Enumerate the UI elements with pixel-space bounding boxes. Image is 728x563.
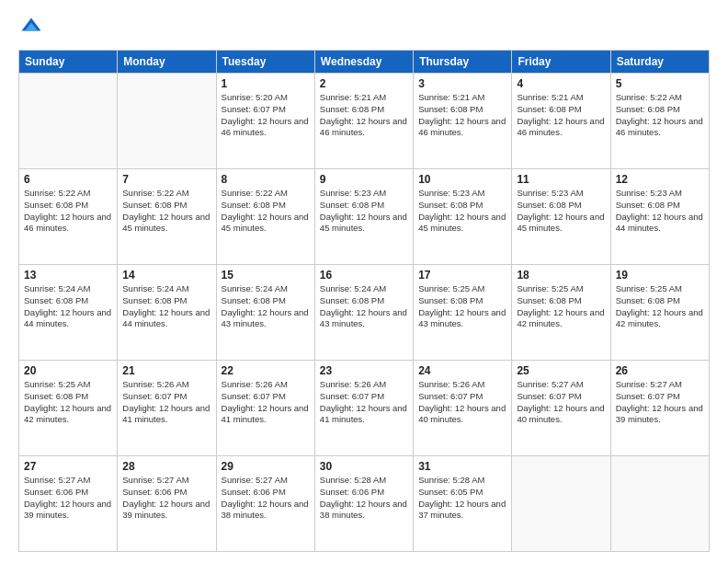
calendar-cell: 3Sunrise: 5:21 AM Sunset: 6:08 PM Daylig… [414, 74, 512, 169]
day-number: 13 [24, 269, 112, 282]
calendar-cell: 18Sunrise: 5:25 AM Sunset: 6:08 PM Dayli… [512, 265, 610, 361]
day-number: 10 [418, 173, 506, 186]
calendar-cell: 14Sunrise: 5:24 AM Sunset: 6:08 PM Dayli… [118, 265, 216, 361]
calendar-cell: 27Sunrise: 5:27 AM Sunset: 6:06 PM Dayli… [19, 456, 118, 552]
calendar-cell: 10Sunrise: 5:23 AM Sunset: 6:08 PM Dayli… [414, 169, 512, 265]
day-number: 5 [616, 77, 704, 90]
day-number: 7 [122, 173, 210, 186]
day-number: 28 [122, 460, 210, 473]
day-number: 25 [517, 364, 605, 377]
day-number: 29 [222, 460, 310, 473]
page: SundayMondayTuesdayWednesdayThursdayFrid… [0, 0, 728, 563]
calendar-table: SundayMondayTuesdayWednesdayThursdayFrid… [18, 50, 710, 552]
calendar-cell: 17Sunrise: 5:25 AM Sunset: 6:08 PM Dayli… [414, 265, 512, 361]
day-number: 27 [24, 460, 112, 473]
calendar-cell: 2Sunrise: 5:21 AM Sunset: 6:08 PM Daylig… [314, 74, 413, 169]
weekday-header-sunday: Sunday [19, 51, 118, 74]
logo [18, 15, 48, 40]
day-info: Sunrise: 5:23 AM Sunset: 6:08 PM Dayligh… [320, 188, 408, 235]
day-number: 14 [122, 269, 210, 282]
day-number: 19 [616, 269, 704, 282]
weekday-header-tuesday: Tuesday [216, 51, 314, 74]
weekday-header-wednesday: Wednesday [314, 51, 413, 74]
day-info: Sunrise: 5:22 AM Sunset: 6:08 PM Dayligh… [616, 92, 704, 139]
day-number: 17 [418, 269, 506, 282]
calendar-cell [512, 456, 610, 552]
day-info: Sunrise: 5:26 AM Sunset: 6:07 PM Dayligh… [320, 379, 408, 426]
day-info: Sunrise: 5:24 AM Sunset: 6:08 PM Dayligh… [122, 283, 210, 330]
calendar-cell: 11Sunrise: 5:23 AM Sunset: 6:08 PM Dayli… [512, 169, 610, 265]
day-info: Sunrise: 5:28 AM Sunset: 6:05 PM Dayligh… [418, 475, 506, 522]
day-number: 22 [222, 364, 310, 377]
day-number: 3 [418, 77, 506, 90]
day-number: 4 [517, 77, 605, 90]
day-info: Sunrise: 5:27 AM Sunset: 6:07 PM Dayligh… [517, 379, 605, 426]
logo-icon [18, 15, 44, 40]
weekday-header-thursday: Thursday [414, 51, 512, 74]
weekday-header-monday: Monday [118, 51, 216, 74]
day-info: Sunrise: 5:26 AM Sunset: 6:07 PM Dayligh… [222, 379, 310, 426]
day-info: Sunrise: 5:27 AM Sunset: 6:07 PM Dayligh… [616, 379, 704, 426]
calendar-cell: 15Sunrise: 5:24 AM Sunset: 6:08 PM Dayli… [216, 265, 314, 361]
day-number: 6 [24, 173, 112, 186]
day-info: Sunrise: 5:27 AM Sunset: 6:06 PM Dayligh… [122, 475, 210, 522]
calendar-cell: 4Sunrise: 5:21 AM Sunset: 6:08 PM Daylig… [512, 74, 610, 169]
calendar-cell: 26Sunrise: 5:27 AM Sunset: 6:07 PM Dayli… [610, 361, 709, 456]
day-number: 8 [222, 173, 310, 186]
calendar-cell: 24Sunrise: 5:26 AM Sunset: 6:07 PM Dayli… [414, 361, 512, 456]
calendar-cell: 8Sunrise: 5:22 AM Sunset: 6:08 PM Daylig… [216, 169, 314, 265]
weekday-header-row: SundayMondayTuesdayWednesdayThursdayFrid… [19, 51, 710, 74]
day-info: Sunrise: 5:23 AM Sunset: 6:08 PM Dayligh… [616, 188, 704, 235]
day-info: Sunrise: 5:22 AM Sunset: 6:08 PM Dayligh… [122, 188, 210, 235]
calendar-cell: 19Sunrise: 5:25 AM Sunset: 6:08 PM Dayli… [610, 265, 709, 361]
day-info: Sunrise: 5:25 AM Sunset: 6:08 PM Dayligh… [418, 283, 506, 330]
day-info: Sunrise: 5:24 AM Sunset: 6:08 PM Dayligh… [24, 283, 112, 330]
day-info: Sunrise: 5:21 AM Sunset: 6:08 PM Dayligh… [320, 92, 408, 139]
weekday-header-friday: Friday [512, 51, 610, 74]
calendar-cell: 16Sunrise: 5:24 AM Sunset: 6:08 PM Dayli… [314, 265, 413, 361]
calendar-cell: 30Sunrise: 5:28 AM Sunset: 6:06 PM Dayli… [314, 456, 413, 552]
day-info: Sunrise: 5:21 AM Sunset: 6:08 PM Dayligh… [517, 92, 605, 139]
calendar-week-5: 27Sunrise: 5:27 AM Sunset: 6:06 PM Dayli… [19, 456, 710, 552]
calendar-cell: 23Sunrise: 5:26 AM Sunset: 6:07 PM Dayli… [314, 361, 413, 456]
calendar-cell: 31Sunrise: 5:28 AM Sunset: 6:05 PM Dayli… [414, 456, 512, 552]
header [18, 15, 710, 40]
calendar-cell: 25Sunrise: 5:27 AM Sunset: 6:07 PM Dayli… [512, 361, 610, 456]
day-info: Sunrise: 5:26 AM Sunset: 6:07 PM Dayligh… [418, 379, 506, 426]
day-number: 12 [616, 173, 704, 186]
day-info: Sunrise: 5:27 AM Sunset: 6:06 PM Dayligh… [222, 475, 310, 522]
calendar-cell: 6Sunrise: 5:22 AM Sunset: 6:08 PM Daylig… [19, 169, 118, 265]
day-number: 9 [320, 173, 408, 186]
calendar-week-4: 20Sunrise: 5:25 AM Sunset: 6:08 PM Dayli… [19, 361, 710, 456]
calendar-cell: 29Sunrise: 5:27 AM Sunset: 6:06 PM Dayli… [216, 456, 314, 552]
day-number: 16 [320, 269, 408, 282]
day-number: 20 [24, 364, 112, 377]
calendar-cell: 12Sunrise: 5:23 AM Sunset: 6:08 PM Dayli… [610, 169, 709, 265]
day-info: Sunrise: 5:27 AM Sunset: 6:06 PM Dayligh… [24, 475, 112, 522]
day-number: 24 [418, 364, 506, 377]
calendar-week-2: 6Sunrise: 5:22 AM Sunset: 6:08 PM Daylig… [19, 169, 710, 265]
day-info: Sunrise: 5:24 AM Sunset: 6:08 PM Dayligh… [320, 283, 408, 330]
calendar-cell [610, 456, 709, 552]
day-info: Sunrise: 5:23 AM Sunset: 6:08 PM Dayligh… [517, 188, 605, 235]
calendar-week-1: 1Sunrise: 5:20 AM Sunset: 6:07 PM Daylig… [19, 74, 710, 169]
day-number: 23 [320, 364, 408, 377]
calendar-cell: 7Sunrise: 5:22 AM Sunset: 6:08 PM Daylig… [118, 169, 216, 265]
day-info: Sunrise: 5:25 AM Sunset: 6:08 PM Dayligh… [616, 283, 704, 330]
calendar-cell: 5Sunrise: 5:22 AM Sunset: 6:08 PM Daylig… [610, 74, 709, 169]
day-number: 11 [517, 173, 605, 186]
day-info: Sunrise: 5:23 AM Sunset: 6:08 PM Dayligh… [418, 188, 506, 235]
day-number: 15 [222, 269, 310, 282]
day-number: 18 [517, 269, 605, 282]
day-number: 26 [616, 364, 704, 377]
day-info: Sunrise: 5:21 AM Sunset: 6:08 PM Dayligh… [418, 92, 506, 139]
day-number: 2 [320, 77, 408, 90]
calendar-cell: 13Sunrise: 5:24 AM Sunset: 6:08 PM Dayli… [19, 265, 118, 361]
calendar-cell: 28Sunrise: 5:27 AM Sunset: 6:06 PM Dayli… [118, 456, 216, 552]
calendar-week-3: 13Sunrise: 5:24 AM Sunset: 6:08 PM Dayli… [19, 265, 710, 361]
day-info: Sunrise: 5:25 AM Sunset: 6:08 PM Dayligh… [24, 379, 112, 426]
day-info: Sunrise: 5:20 AM Sunset: 6:07 PM Dayligh… [222, 92, 310, 139]
day-number: 21 [122, 364, 210, 377]
calendar-cell [19, 74, 118, 169]
day-info: Sunrise: 5:25 AM Sunset: 6:08 PM Dayligh… [517, 283, 605, 330]
